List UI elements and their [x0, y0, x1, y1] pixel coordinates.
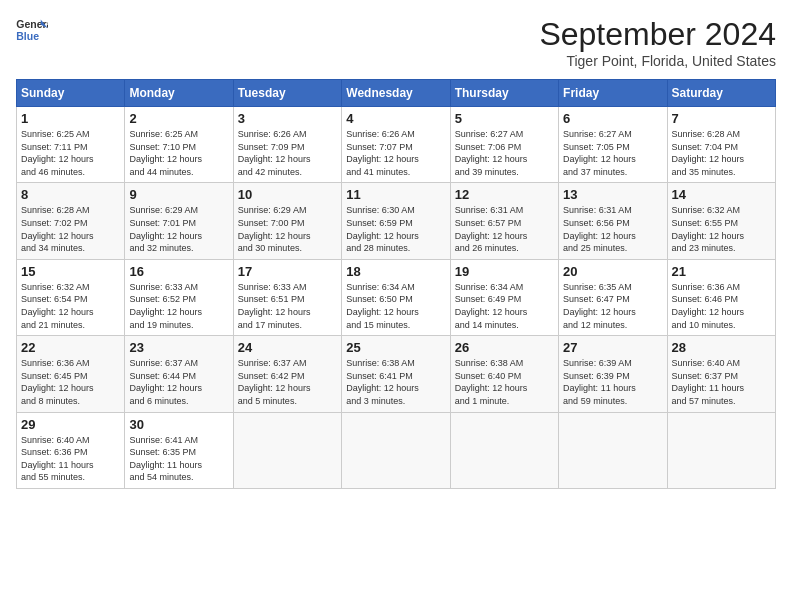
day-number: 15 — [21, 264, 120, 279]
calendar-cell: 15Sunrise: 6:32 AM Sunset: 6:54 PM Dayli… — [17, 259, 125, 335]
calendar-cell: 13Sunrise: 6:31 AM Sunset: 6:56 PM Dayli… — [559, 183, 667, 259]
calendar-body: 1Sunrise: 6:25 AM Sunset: 7:11 PM Daylig… — [17, 107, 776, 489]
day-info: Sunrise: 6:28 AM Sunset: 7:02 PM Dayligh… — [21, 204, 120, 254]
week-row-4: 22Sunrise: 6:36 AM Sunset: 6:45 PM Dayli… — [17, 336, 776, 412]
day-info: Sunrise: 6:29 AM Sunset: 7:01 PM Dayligh… — [129, 204, 228, 254]
day-number: 8 — [21, 187, 120, 202]
day-number: 26 — [455, 340, 554, 355]
calendar-cell: 3Sunrise: 6:26 AM Sunset: 7:09 PM Daylig… — [233, 107, 341, 183]
calendar-table: SundayMondayTuesdayWednesdayThursdayFrid… — [16, 79, 776, 489]
calendar-cell: 21Sunrise: 6:36 AM Sunset: 6:46 PM Dayli… — [667, 259, 775, 335]
day-number: 1 — [21, 111, 120, 126]
weekday-monday: Monday — [125, 80, 233, 107]
day-number: 13 — [563, 187, 662, 202]
day-number: 7 — [672, 111, 771, 126]
day-info: Sunrise: 6:25 AM Sunset: 7:11 PM Dayligh… — [21, 128, 120, 178]
title-area: September 2024 Tiger Point, Florida, Uni… — [539, 16, 776, 69]
day-info: Sunrise: 6:26 AM Sunset: 7:09 PM Dayligh… — [238, 128, 337, 178]
day-info: Sunrise: 6:31 AM Sunset: 6:56 PM Dayligh… — [563, 204, 662, 254]
day-number: 19 — [455, 264, 554, 279]
day-number: 6 — [563, 111, 662, 126]
day-number: 21 — [672, 264, 771, 279]
calendar-cell: 11Sunrise: 6:30 AM Sunset: 6:59 PM Dayli… — [342, 183, 450, 259]
day-info: Sunrise: 6:34 AM Sunset: 6:50 PM Dayligh… — [346, 281, 445, 331]
week-row-3: 15Sunrise: 6:32 AM Sunset: 6:54 PM Dayli… — [17, 259, 776, 335]
day-info: Sunrise: 6:31 AM Sunset: 6:57 PM Dayligh… — [455, 204, 554, 254]
day-info: Sunrise: 6:28 AM Sunset: 7:04 PM Dayligh… — [672, 128, 771, 178]
calendar-cell: 24Sunrise: 6:37 AM Sunset: 6:42 PM Dayli… — [233, 336, 341, 412]
day-info: Sunrise: 6:33 AM Sunset: 6:52 PM Dayligh… — [129, 281, 228, 331]
day-info: Sunrise: 6:26 AM Sunset: 7:07 PM Dayligh… — [346, 128, 445, 178]
day-number: 12 — [455, 187, 554, 202]
calendar-cell: 4Sunrise: 6:26 AM Sunset: 7:07 PM Daylig… — [342, 107, 450, 183]
svg-text:Blue: Blue — [16, 30, 39, 42]
day-info: Sunrise: 6:30 AM Sunset: 6:59 PM Dayligh… — [346, 204, 445, 254]
calendar-cell — [667, 412, 775, 488]
day-number: 22 — [21, 340, 120, 355]
weekday-tuesday: Tuesday — [233, 80, 341, 107]
weekday-friday: Friday — [559, 80, 667, 107]
day-number: 4 — [346, 111, 445, 126]
day-number: 14 — [672, 187, 771, 202]
weekday-thursday: Thursday — [450, 80, 558, 107]
day-number: 20 — [563, 264, 662, 279]
calendar-cell: 29Sunrise: 6:40 AM Sunset: 6:36 PM Dayli… — [17, 412, 125, 488]
day-info: Sunrise: 6:35 AM Sunset: 6:47 PM Dayligh… — [563, 281, 662, 331]
calendar-cell: 7Sunrise: 6:28 AM Sunset: 7:04 PM Daylig… — [667, 107, 775, 183]
day-info: Sunrise: 6:40 AM Sunset: 6:37 PM Dayligh… — [672, 357, 771, 407]
weekday-sunday: Sunday — [17, 80, 125, 107]
week-row-5: 29Sunrise: 6:40 AM Sunset: 6:36 PM Dayli… — [17, 412, 776, 488]
calendar-cell — [559, 412, 667, 488]
day-number: 5 — [455, 111, 554, 126]
week-row-1: 1Sunrise: 6:25 AM Sunset: 7:11 PM Daylig… — [17, 107, 776, 183]
day-number: 30 — [129, 417, 228, 432]
calendar-cell: 10Sunrise: 6:29 AM Sunset: 7:00 PM Dayli… — [233, 183, 341, 259]
day-info: Sunrise: 6:36 AM Sunset: 6:45 PM Dayligh… — [21, 357, 120, 407]
day-number: 11 — [346, 187, 445, 202]
day-number: 2 — [129, 111, 228, 126]
calendar-cell: 23Sunrise: 6:37 AM Sunset: 6:44 PM Dayli… — [125, 336, 233, 412]
day-info: Sunrise: 6:38 AM Sunset: 6:41 PM Dayligh… — [346, 357, 445, 407]
day-info: Sunrise: 6:32 AM Sunset: 6:55 PM Dayligh… — [672, 204, 771, 254]
calendar-cell: 17Sunrise: 6:33 AM Sunset: 6:51 PM Dayli… — [233, 259, 341, 335]
weekday-header: SundayMondayTuesdayWednesdayThursdayFrid… — [17, 80, 776, 107]
day-number: 18 — [346, 264, 445, 279]
day-info: Sunrise: 6:40 AM Sunset: 6:36 PM Dayligh… — [21, 434, 120, 484]
day-number: 10 — [238, 187, 337, 202]
day-number: 9 — [129, 187, 228, 202]
day-info: Sunrise: 6:25 AM Sunset: 7:10 PM Dayligh… — [129, 128, 228, 178]
calendar-cell: 20Sunrise: 6:35 AM Sunset: 6:47 PM Dayli… — [559, 259, 667, 335]
day-info: Sunrise: 6:33 AM Sunset: 6:51 PM Dayligh… — [238, 281, 337, 331]
calendar-cell: 19Sunrise: 6:34 AM Sunset: 6:49 PM Dayli… — [450, 259, 558, 335]
calendar-cell: 5Sunrise: 6:27 AM Sunset: 7:06 PM Daylig… — [450, 107, 558, 183]
day-info: Sunrise: 6:34 AM Sunset: 6:49 PM Dayligh… — [455, 281, 554, 331]
day-info: Sunrise: 6:41 AM Sunset: 6:35 PM Dayligh… — [129, 434, 228, 484]
day-number: 29 — [21, 417, 120, 432]
day-info: Sunrise: 6:39 AM Sunset: 6:39 PM Dayligh… — [563, 357, 662, 407]
calendar-cell: 8Sunrise: 6:28 AM Sunset: 7:02 PM Daylig… — [17, 183, 125, 259]
day-info: Sunrise: 6:37 AM Sunset: 6:44 PM Dayligh… — [129, 357, 228, 407]
logo: General Blue — [16, 16, 48, 44]
calendar-cell: 22Sunrise: 6:36 AM Sunset: 6:45 PM Dayli… — [17, 336, 125, 412]
calendar-cell: 1Sunrise: 6:25 AM Sunset: 7:11 PM Daylig… — [17, 107, 125, 183]
calendar-cell: 27Sunrise: 6:39 AM Sunset: 6:39 PM Dayli… — [559, 336, 667, 412]
day-info: Sunrise: 6:29 AM Sunset: 7:00 PM Dayligh… — [238, 204, 337, 254]
calendar-cell: 12Sunrise: 6:31 AM Sunset: 6:57 PM Dayli… — [450, 183, 558, 259]
day-number: 3 — [238, 111, 337, 126]
calendar-cell: 16Sunrise: 6:33 AM Sunset: 6:52 PM Dayli… — [125, 259, 233, 335]
day-info: Sunrise: 6:36 AM Sunset: 6:46 PM Dayligh… — [672, 281, 771, 331]
calendar-cell: 6Sunrise: 6:27 AM Sunset: 7:05 PM Daylig… — [559, 107, 667, 183]
calendar-cell: 28Sunrise: 6:40 AM Sunset: 6:37 PM Dayli… — [667, 336, 775, 412]
logo-icon: General Blue — [16, 16, 48, 44]
day-info: Sunrise: 6:37 AM Sunset: 6:42 PM Dayligh… — [238, 357, 337, 407]
calendar-cell: 2Sunrise: 6:25 AM Sunset: 7:10 PM Daylig… — [125, 107, 233, 183]
calendar-cell: 9Sunrise: 6:29 AM Sunset: 7:01 PM Daylig… — [125, 183, 233, 259]
weekday-wednesday: Wednesday — [342, 80, 450, 107]
calendar-cell — [342, 412, 450, 488]
day-number: 16 — [129, 264, 228, 279]
calendar-cell: 25Sunrise: 6:38 AM Sunset: 6:41 PM Dayli… — [342, 336, 450, 412]
day-number: 27 — [563, 340, 662, 355]
weekday-saturday: Saturday — [667, 80, 775, 107]
day-number: 28 — [672, 340, 771, 355]
day-number: 24 — [238, 340, 337, 355]
